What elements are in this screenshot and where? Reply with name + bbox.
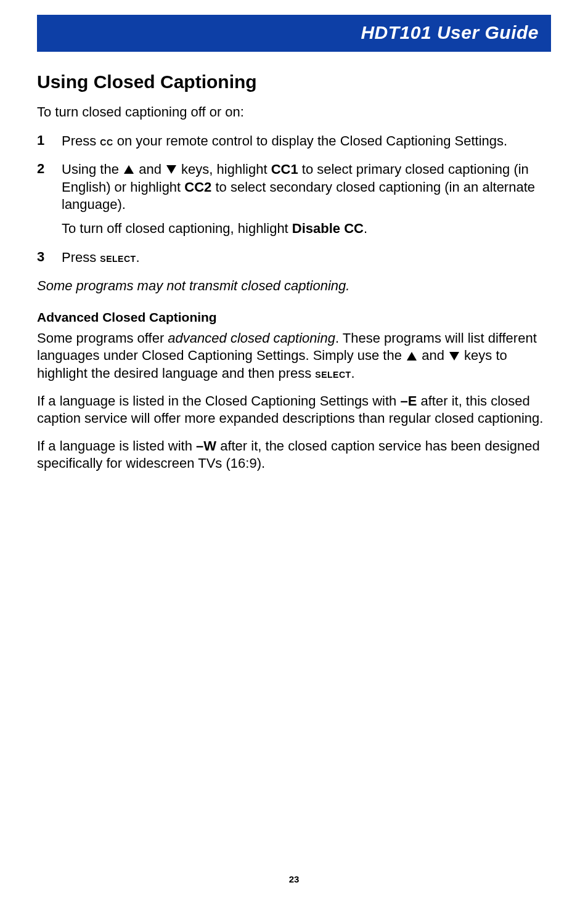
step2-sub: To turn off closed captioning, highlight… xyxy=(62,220,551,238)
step-body: Press select. xyxy=(62,249,551,267)
cc2-label: CC2 xyxy=(184,179,211,195)
w-suffix-label: –W xyxy=(196,438,216,454)
adv-p1a: Some programs offer xyxy=(37,330,168,346)
step1-text1: Press xyxy=(62,133,100,149)
cc-key-label: cc xyxy=(100,134,113,148)
step1-text2: on your remote control to display the Cl… xyxy=(113,133,508,149)
select-key-label: select xyxy=(100,251,136,264)
section-heading: Using Closed Captioning xyxy=(37,71,551,92)
step2-sub1: To turn off closed captioning, highlight xyxy=(62,221,292,236)
advanced-p1: Some programs offer advanced closed capt… xyxy=(37,330,551,383)
disable-cc-label: Disable CC xyxy=(292,221,364,236)
adv-p1b: advanced closed captioning xyxy=(168,330,335,346)
advanced-p3: If a language is listed with –W after it… xyxy=(37,438,551,473)
step2-text2: keys, highlight xyxy=(178,161,271,177)
step-number: 1 xyxy=(37,132,62,150)
step-1: 1 Press cc on your remote control to dis… xyxy=(37,132,551,150)
step-number: 3 xyxy=(37,249,62,267)
note-paragraph: Some programs may not transmit closed ca… xyxy=(37,277,551,295)
lead-paragraph: To turn closed captioning off or on: xyxy=(37,104,551,121)
up-arrow-icon xyxy=(124,165,134,174)
step-3: 3 Press select. xyxy=(37,249,551,267)
step2-and: and xyxy=(135,161,165,177)
page-content: HDT101 User Guide Using Closed Captionin… xyxy=(37,15,551,874)
cc1-label: CC1 xyxy=(271,161,298,177)
e-suffix-label: –E xyxy=(400,393,417,409)
step2-text1: Using the xyxy=(62,161,123,177)
step-body: Press cc on your remote control to displ… xyxy=(62,132,551,150)
down-arrow-icon xyxy=(449,352,459,361)
advanced-p2: If a language is listed in the Closed Ca… xyxy=(37,393,551,428)
adv-p1and: and xyxy=(418,348,448,363)
step3-text1: Press xyxy=(62,250,100,265)
adv-p1e: . xyxy=(351,365,355,381)
adv-p3a: If a language is listed with xyxy=(37,438,196,454)
step-body: Using the and keys, highlight CC1 to sel… xyxy=(62,161,551,237)
up-arrow-icon xyxy=(407,352,417,361)
header-banner: HDT101 User Guide xyxy=(37,15,551,52)
advanced-heading: Advanced Closed Captioning xyxy=(37,310,551,325)
step3-text2: . xyxy=(136,250,140,265)
banner-title: HDT101 User Guide xyxy=(361,22,539,43)
adv-p2a: If a language is listed in the Closed Ca… xyxy=(37,393,400,409)
step-2: 2 Using the and keys, highlight CC1 to s… xyxy=(37,161,551,237)
step-number: 2 xyxy=(37,161,62,237)
page-number: 23 xyxy=(37,874,551,884)
down-arrow-icon xyxy=(166,165,176,174)
step2-sub2: . xyxy=(364,221,367,236)
select-key-label: select xyxy=(315,367,351,380)
